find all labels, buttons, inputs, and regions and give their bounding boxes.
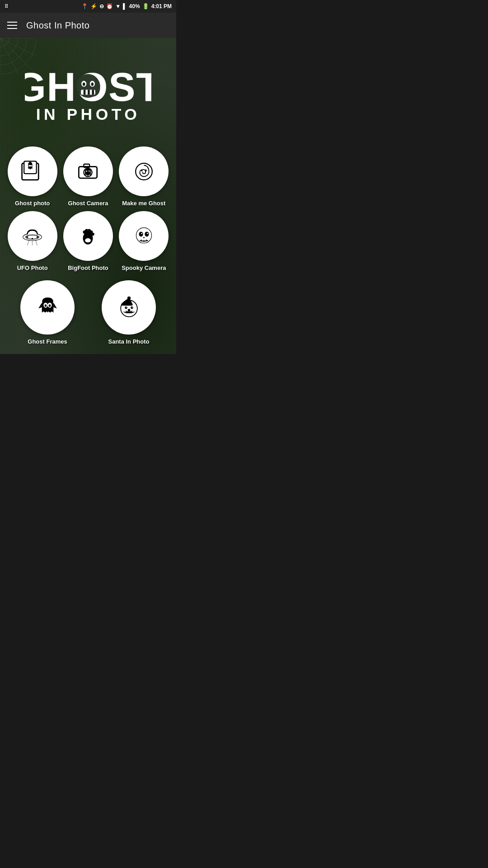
- svg-rect-63: [121, 303, 133, 306]
- menu-button[interactable]: [7, 22, 17, 29]
- ghost-frames-button[interactable]: [20, 280, 75, 335]
- make-me-ghost-button[interactable]: [119, 146, 169, 196]
- bigfoot-photo-button[interactable]: [63, 211, 113, 261]
- svg-point-37: [28, 231, 38, 238]
- svg-point-66: [131, 306, 133, 309]
- svg-point-31: [145, 169, 147, 171]
- bottom-grid: Ghost Frames: [0, 276, 176, 345]
- ufo-icon: [20, 224, 45, 249]
- svg-point-65: [125, 306, 127, 309]
- battery-icon: 🔋: [142, 3, 149, 9]
- svg-rect-18: [92, 90, 94, 94]
- svg-rect-17: [88, 90, 90, 94]
- bigfoot-icon: [75, 224, 100, 249]
- svg-point-69: [127, 309, 130, 311]
- svg-point-28: [89, 170, 90, 172]
- app-bar: Ghost In Photo: [0, 13, 176, 38]
- ghost-camera-item[interactable]: Ghost Camera: [62, 146, 113, 207]
- svg-rect-16: [84, 90, 86, 94]
- make-me-ghost-item[interactable]: Make me Ghost: [118, 146, 169, 207]
- bluetooth-icon: ⚡: [90, 3, 97, 9]
- ghost-frames-item[interactable]: Ghost Frames: [21, 280, 75, 345]
- svg-point-40: [32, 238, 33, 240]
- svg-point-32: [142, 170, 143, 170]
- svg-point-68: [131, 307, 132, 307]
- svg-point-52: [145, 231, 149, 236]
- svg-point-51: [139, 231, 143, 236]
- make-me-ghost-label: Make me Ghost: [122, 200, 165, 207]
- ghost-frames-icon: [35, 295, 60, 320]
- svg-point-39: [27, 236, 28, 238]
- ghost-logo: GHOST IN PHOTO: [25, 52, 151, 133]
- ufo-photo-item[interactable]: UFO Photo: [7, 211, 58, 271]
- status-right: 📍 ⚡ ⊖ ⏰ ▼ ▌ 40% 🔋 4:01 PM: [81, 3, 172, 9]
- svg-point-60: [44, 304, 47, 307]
- status-left: ⠿: [5, 4, 8, 9]
- wifi-icon: ▼: [115, 3, 121, 9]
- svg-text:IN PHOTO: IN PHOTO: [36, 105, 140, 123]
- spooky-camera-icon: [131, 224, 156, 249]
- santa-in-photo-label: Santa In Photo: [108, 338, 149, 345]
- battery-percent: 40%: [129, 3, 140, 9]
- ghost-camera-icon: [75, 159, 100, 184]
- svg-point-64: [127, 296, 130, 299]
- svg-point-54: [147, 233, 148, 234]
- svg-point-27: [86, 170, 88, 172]
- main-content: GHOST IN PHOTO: [0, 38, 176, 354]
- ghost-photo-icon: [20, 159, 45, 184]
- svg-point-30: [141, 169, 143, 171]
- ufo-photo-button[interactable]: [8, 211, 57, 261]
- svg-point-41: [37, 236, 38, 238]
- svg-point-22: [28, 165, 30, 166]
- svg-point-47: [92, 232, 94, 235]
- bigfoot-photo-label: BigFoot Photo: [68, 264, 108, 271]
- ghost-photo-item[interactable]: Ghost photo: [7, 146, 58, 207]
- svg-point-61: [48, 304, 51, 307]
- spooky-camera-label: Spooky Camera: [122, 264, 166, 271]
- location-icon: 📍: [81, 3, 88, 9]
- app-title: Ghost In Photo: [26, 20, 89, 31]
- spooky-camera-button[interactable]: [119, 211, 169, 261]
- ufo-photo-label: UFO Photo: [17, 264, 48, 271]
- ghost-camera-button[interactable]: [63, 146, 113, 196]
- svg-point-42: [83, 232, 93, 245]
- app-icon: ⠿: [5, 4, 8, 9]
- bigfoot-photo-item[interactable]: BigFoot Photo: [62, 211, 113, 271]
- santa-icon: [117, 295, 141, 320]
- svg-point-48: [85, 238, 91, 242]
- ghost-photo-button[interactable]: [8, 146, 57, 196]
- alarm-icon: ⏰: [106, 3, 113, 9]
- logo-area: GHOST IN PHOTO: [0, 42, 176, 146]
- svg-point-67: [126, 307, 127, 307]
- ghost-camera-label: Ghost Camera: [68, 200, 108, 207]
- svg-point-23: [30, 165, 32, 166]
- spooky-camera-item[interactable]: Spooky Camera: [118, 211, 169, 271]
- ghost-photo-label: Ghost photo: [15, 200, 50, 207]
- signal-icon: ▌: [123, 3, 127, 9]
- svg-point-53: [141, 233, 142, 234]
- svg-point-13: [83, 83, 85, 86]
- make-me-ghost-icon: [131, 159, 156, 184]
- svg-point-14: [91, 83, 94, 86]
- svg-rect-25: [84, 164, 90, 167]
- status-bar: ⠿ 📍 ⚡ ⊖ ⏰ ▼ ▌ 40% 🔋 4:01 PM: [0, 0, 176, 13]
- santa-in-photo-button[interactable]: [102, 280, 156, 335]
- svg-point-33: [146, 170, 147, 170]
- dnd-icon: ⊖: [99, 3, 104, 9]
- ghost-frames-label: Ghost Frames: [28, 338, 67, 345]
- santa-in-photo-item[interactable]: Santa In Photo: [102, 280, 156, 345]
- time: 4:01 PM: [151, 3, 172, 9]
- main-grid: Ghost photo Ghost Camera: [0, 146, 176, 271]
